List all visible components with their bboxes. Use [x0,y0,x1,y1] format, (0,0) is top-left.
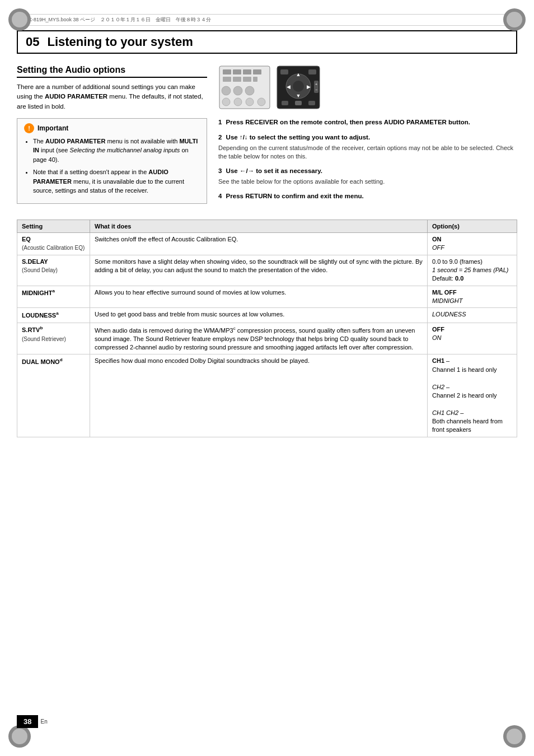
page-lang: En [40,718,47,725]
step-3-description: See the table below for the options avai… [218,178,517,186]
page-number: 38 [17,715,38,728]
table-header-setting: Setting [17,220,90,232]
table-row-eq: EQ (Acoustic Calibration EQ) Switches on… [17,232,517,255]
svg-rect-5 [223,77,231,82]
svg-rect-2 [233,69,241,74]
step-2-text: Use ↑/↓ to select the setting you want t… [226,134,371,141]
setting-midnight: MIDNIGHTa [17,286,90,308]
step-1: 1 Press RECEIVER on the remote control, … [218,118,517,127]
step-4-text: Press RETURN to confirm and exit the men… [226,193,364,199]
step-3-text: Use ←/→ to set it as necessary. [226,167,322,174]
important-label: Important [38,124,68,132]
svg-point-10 [233,86,242,95]
svg-point-15 [257,98,265,106]
chapter-number: 05 [26,35,39,49]
svg-point-9 [222,86,231,95]
remote-illustration: ▲ ▼ ◀ ▶ + − [218,65,517,110]
table-header-what: What it does [90,220,428,232]
options-srtv: OFF ON [428,323,517,354]
svg-text:▼: ▼ [296,93,301,99]
options-dualmono: CH1 – Channel 1 is heard only CH2 – Chan… [428,354,517,437]
svg-point-14 [246,98,254,106]
intro-text: There are a number of additional sound s… [17,82,207,111]
header-text: VSX-819H_MYS.book 38 ページ ２０１０年１月１６日 金曜日 … [22,17,211,22]
important-item-2: Note that if a setting doesn't appear in… [33,167,200,195]
svg-point-12 [222,98,230,106]
svg-rect-1 [223,69,231,74]
corner-decoration-tl [8,8,31,31]
important-title: ! Important [24,123,200,133]
corner-decoration-br [503,725,526,748]
table-header-options: Option(s) [428,220,517,232]
section-title: Setting the Audio options [17,65,207,78]
setting-sdelay: S.DELAY (Sound Delay) [17,255,90,286]
svg-point-20 [293,81,304,92]
table-row-loudness: LOUDNESSa Used to get good bass and treb… [17,308,517,323]
table-row-midnight: MIDNIGHTa Allows you to hear effective s… [17,286,517,308]
svg-text:−: − [315,88,317,92]
svg-rect-26 [295,101,302,105]
remote-svg-1 [218,65,271,110]
what-sdelay: Some monitors have a slight delay when s… [90,255,428,286]
svg-text:▲: ▲ [296,72,301,77]
options-sdelay: 0.0 to 9.0 (frames) 1 second = 25 frames… [428,255,517,286]
svg-rect-3 [243,69,251,74]
important-box: ! Important The AUDIO PARAMETER menu is … [17,118,207,204]
what-loudness: Used to get good bass and treble from mu… [90,308,428,323]
what-eq: Switches on/off the effect of Acoustic C… [90,232,428,255]
right-column: ▲ ▼ ◀ ▶ + − 1 Press RECEIVER on the r [218,65,517,209]
step-4: 4 Press RETURN to confirm and exit the m… [218,192,517,201]
corner-decoration-tr [503,8,526,31]
setting-srtv: S.RTVb (Sound Retriever) [17,323,90,354]
table-row-dualmono: DUAL MONOd Specifies how dual mono encod… [17,354,517,437]
warning-icon: ! [24,123,34,133]
svg-rect-6 [233,77,241,82]
what-srtv: When audio data is removed during the WM… [90,323,428,354]
svg-rect-4 [253,69,261,74]
page-footer: 38 En [17,715,517,728]
left-column: Setting the Audio options There are a nu… [17,65,207,209]
svg-rect-17 [280,69,288,74]
table-row-srtv: S.RTVb (Sound Retriever) When audio data… [17,323,517,354]
step-1-text: Press RECEIVER on the remote control, th… [226,119,470,125]
audio-table: Setting What it does Option(s) EQ (Acous… [17,220,517,437]
chapter-header: 05 Listening to your system [17,30,517,54]
what-midnight: Allows you to hear effective surround so… [90,286,428,308]
svg-point-13 [234,98,242,106]
setting-eq: EQ (Acoustic Calibration EQ) [17,232,90,255]
step-2: 2 Use ↑/↓ to select the setting you want… [218,133,517,161]
remote-svg-2: ▲ ▼ ◀ ▶ + − [276,65,321,110]
setting-dualmono: DUAL MONOd [17,354,90,437]
step-3: 3 Use ←/→ to set it as necessary. See th… [218,166,517,186]
svg-rect-27 [308,101,315,105]
svg-text:+: + [315,82,317,86]
svg-rect-7 [243,77,251,82]
page-container: VSX-819H_MYS.book 38 ページ ２０１０年１月１６日 金曜日 … [0,0,534,756]
header-strip: VSX-819H_MYS.book 38 ページ ２０１０年１月１６日 金曜日 … [17,14,517,26]
options-loudness: LOUDNESS [428,308,517,323]
content-area: Setting the Audio options There are a nu… [17,65,517,209]
svg-point-11 [245,86,254,95]
important-list: The AUDIO PARAMETER menu is not availabl… [24,137,200,195]
svg-text:◀: ◀ [287,84,291,90]
corner-decoration-bl [8,725,31,748]
svg-rect-8 [253,77,257,82]
what-dualmono: Specifies how dual mono encoded Dolby Di… [90,354,428,437]
chapter-title: Listening to your system [47,35,193,49]
table-row-sdelay: S.DELAY (Sound Delay) Some monitors have… [17,255,517,286]
svg-text:▶: ▶ [307,84,311,90]
step-2-description: Depending on the current status/mode of … [218,144,517,161]
svg-rect-25 [282,101,288,105]
svg-rect-18 [308,69,316,74]
options-eq: ON OFF [428,232,517,255]
setting-loudness: LOUDNESSa [17,308,90,323]
options-midnight: M/L OFF MIDNIGHT [428,286,517,308]
important-item-1: The AUDIO PARAMETER menu is not availabl… [33,137,200,165]
